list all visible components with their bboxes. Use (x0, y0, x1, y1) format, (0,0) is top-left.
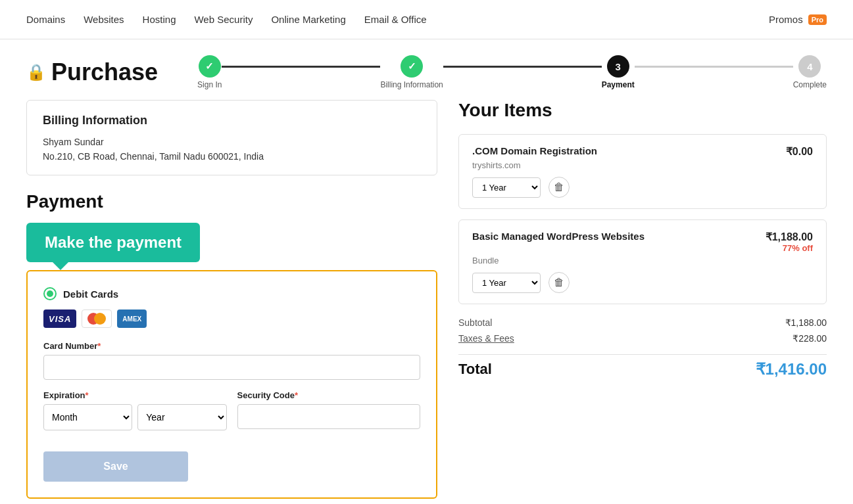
taxes-row: Taxes & Fees ₹228.00 (458, 331, 827, 346)
step-complete-circle: 4 (798, 55, 821, 78)
page-header: 🔒 Purchase ✓ Sign In ✓ Billing Informati… (0, 39, 853, 100)
item-row-wordpress: Basic Managed WordPress Websites ₹1,188.… (472, 231, 813, 253)
debit-radio[interactable] (43, 287, 57, 300)
expiry-month-select[interactable]: Month 010203 040506 070809 101112 (43, 404, 132, 430)
item-domain-name: .COM Domain Registration (472, 145, 597, 156)
card-number-group: Card Number* (43, 341, 420, 380)
item-wordpress-year-select[interactable]: 1 Year 2 Years 3 Years (472, 273, 541, 293)
item-row-domain: .COM Domain Registration ₹0.00 (472, 145, 813, 158)
order-summary: Subtotal ₹1,188.00 Taxes & Fees ₹228.00 … (458, 315, 827, 378)
step-billing-circle: ✓ (401, 55, 423, 78)
expiry-group: Expiration* Month 010203 040506 070809 1… (43, 390, 227, 430)
nav-right: Promos Pro (769, 14, 827, 25)
subtotal-label: Subtotal (458, 317, 492, 328)
nav-items: Domains Websites Hosting Web Security On… (26, 2, 427, 37)
subtotal-value: ₹1,188.00 (785, 317, 827, 328)
item-wordpress-delete-button[interactable]: 🗑 (548, 272, 570, 293)
item-wordpress-price-group: ₹1,188.00 77% off (766, 231, 813, 253)
nav-online-marketing[interactable]: Online Marketing (271, 2, 345, 37)
nav-hosting[interactable]: Hosting (143, 2, 176, 37)
step-line-3 (635, 66, 793, 68)
expiry-label: Expiration* (43, 390, 227, 400)
nav-web-security[interactable]: Web Security (194, 2, 253, 37)
right-panel: Your Items .COM Domain Registration ₹0.0… (458, 100, 827, 499)
step-line-1 (222, 66, 380, 68)
nav-domains[interactable]: Domains (26, 2, 65, 37)
callout-wrapper: Make the payment (26, 223, 437, 262)
taxes-value: ₹228.00 (792, 333, 827, 344)
card-number-label: Card Number* (43, 341, 420, 351)
nav-bar: Domains Websites Hosting Web Security On… (0, 0, 853, 39)
billing-address: No.210, CB Road, Chennai, Tamil Nadu 600… (43, 151, 421, 162)
expiry-year-select[interactable]: Year 202420252026 202720282029 2030 (137, 404, 226, 430)
save-button[interactable]: Save (43, 451, 188, 482)
item-domain-year-select[interactable]: 1 Year 2 Years 3 Years (472, 177, 541, 198)
subtotal-row: Subtotal ₹1,188.00 (458, 315, 827, 331)
purchase-title: 🔒 Purchase (26, 58, 158, 86)
item-domain-price: ₹0.00 (786, 145, 813, 158)
expiry-security-row: Expiration* Month 010203 040506 070809 1… (43, 390, 420, 441)
expiry-selects: Month 010203 040506 070809 101112 Year 2… (43, 404, 227, 430)
step-complete: 4 Complete (793, 55, 827, 89)
radio-inner (47, 290, 53, 297)
item-wordpress-discount: 77% off (766, 243, 813, 253)
promos-label[interactable]: Promos (769, 14, 803, 25)
item-domain-sub: tryshirts.com (472, 160, 813, 170)
total-value: ₹1,416.00 (756, 360, 827, 378)
item-wordpress-name: Basic Managed WordPress Websites (472, 231, 645, 242)
lock-icon: 🔒 (26, 63, 46, 81)
step-line-2 (443, 66, 602, 68)
item-domain-actions: 1 Year 2 Years 3 Years 🗑 (472, 177, 813, 198)
step-signin-circle: ✓ (199, 55, 221, 78)
step-payment: 3 Payment (602, 55, 635, 89)
item-wordpress-price: ₹1,188.00 (766, 231, 813, 243)
main-content: Billing Information Shyam Sundar No.210,… (0, 100, 853, 504)
mastercard-logo (82, 309, 112, 328)
security-code-label: Security Code* (237, 390, 421, 400)
nav-websites[interactable]: Websites (84, 2, 124, 37)
debit-card-row: Debit Cards (43, 287, 420, 300)
security-group: Security Code* (237, 390, 421, 430)
step-billing-label: Billing Information (380, 80, 443, 89)
step-payment-label: Payment (602, 80, 635, 89)
your-items-title: Your Items (458, 100, 827, 121)
step-signin: ✓ Sign In (197, 55, 222, 89)
billing-info-title: Billing Information (43, 114, 421, 127)
nav-email-office[interactable]: Email & Office (364, 2, 427, 37)
left-panel: Billing Information Shyam Sundar No.210,… (26, 100, 437, 499)
card-number-input[interactable] (43, 355, 420, 380)
pro-badge: Pro (808, 14, 827, 25)
step-payment-circle: 3 (607, 55, 629, 78)
item-card-domain: .COM Domain Registration ₹0.00 tryshirts… (458, 134, 827, 209)
mc-orange-circle (94, 313, 106, 325)
payment-form-box: Debit Cards VISA AMEX Card Number* (26, 270, 437, 499)
step-complete-label: Complete (793, 80, 827, 89)
purchase-heading: Purchase (51, 58, 158, 86)
visa-logo: VISA (43, 309, 76, 328)
stepper: ✓ Sign In ✓ Billing Information 3 Paymen… (197, 55, 827, 89)
item-wordpress-sub: Bundle (472, 256, 813, 265)
total-row: Total ₹1,416.00 (458, 354, 827, 378)
debit-label: Debit Cards (63, 288, 118, 300)
item-domain-delete-button[interactable]: 🗑 (548, 177, 570, 198)
amex-logo: AMEX (117, 309, 147, 328)
step-billing: ✓ Billing Information (380, 55, 443, 89)
callout-tooltip: Make the payment (26, 223, 200, 262)
security-code-input[interactable] (237, 404, 421, 429)
item-wordpress-actions: 1 Year 2 Years 3 Years 🗑 (472, 272, 813, 293)
billing-name: Shyam Sundar (43, 137, 421, 147)
step-signin-label: Sign In (197, 80, 222, 89)
payment-section-title: Payment (26, 191, 437, 212)
item-card-wordpress: Basic Managed WordPress Websites ₹1,188.… (458, 219, 827, 304)
billing-info-box: Billing Information Shyam Sundar No.210,… (26, 100, 437, 175)
taxes-label[interactable]: Taxes & Fees (458, 333, 514, 344)
card-logos: VISA AMEX (43, 309, 420, 328)
total-label: Total (458, 361, 492, 378)
